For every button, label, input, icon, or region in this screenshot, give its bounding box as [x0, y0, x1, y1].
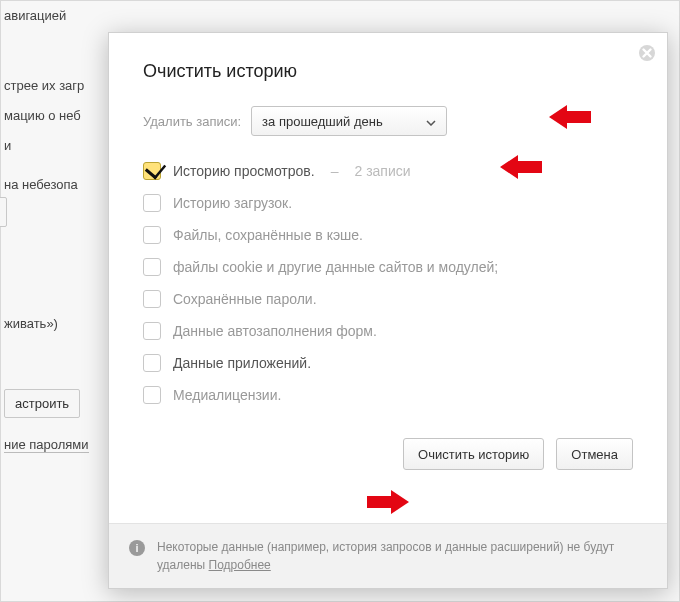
checkbox-passwords[interactable] — [143, 290, 161, 308]
option-label: Файлы, сохранённые в кэше. — [173, 227, 363, 243]
option-cookies[interactable]: файлы cookie и другие данные сайтов и мо… — [143, 258, 633, 276]
time-range-select[interactable]: за прошедший день — [251, 106, 447, 136]
checkbox-media-licenses[interactable] — [143, 386, 161, 404]
option-count: 2 записи — [354, 163, 410, 179]
cancel-button[interactable]: Отмена — [556, 438, 633, 470]
option-app-data[interactable]: Данные приложений. — [143, 354, 633, 372]
bg-button-fragment[interactable] — [0, 197, 7, 227]
bg-text-nav: авигацией — [4, 8, 66, 23]
option-label: Данные приложений. — [173, 355, 311, 371]
dialog-actions: Очистить историю Отмена — [143, 438, 633, 470]
option-cache[interactable]: Файлы, сохранённые в кэше. — [143, 226, 633, 244]
chevron-down-icon — [426, 114, 436, 129]
checkbox-cookies[interactable] — [143, 258, 161, 276]
footer-more-link[interactable]: Подробнее — [209, 558, 271, 572]
bg-text-loading: стрее их загр — [4, 78, 84, 93]
bg-text-unsafe-redirect: на небезопа — [4, 177, 78, 192]
option-download-history[interactable]: Историю загрузок. — [143, 194, 633, 212]
time-range-value: за прошедший день — [262, 114, 383, 129]
separator: – — [331, 163, 339, 179]
option-label: Медиалицензии. — [173, 387, 281, 403]
dialog-footer: i Некоторые данные (например, история за… — [109, 523, 667, 588]
checkbox-app-data[interactable] — [143, 354, 161, 372]
footer-text: Некоторые данные (например, история запр… — [157, 538, 647, 574]
option-browsing-history[interactable]: Историю просмотров. – 2 записи — [143, 162, 633, 180]
option-label: Историю просмотров. — [173, 163, 315, 179]
checkbox-browsing-history[interactable] — [143, 162, 161, 180]
option-autofill[interactable]: Данные автозаполнения форм. — [143, 322, 633, 340]
clear-history-dialog: Очистить историю Удалить записи: за прош… — [108, 32, 668, 589]
bg-text-single: и — [4, 138, 11, 153]
checkbox-cache[interactable] — [143, 226, 161, 244]
options-list: Историю просмотров. – 2 записи Историю з… — [143, 162, 633, 404]
option-label: файлы cookie и другие данные сайтов и мо… — [173, 259, 498, 275]
bg-link-passwords[interactable]: ние паролями — [4, 437, 89, 453]
option-label: Сохранённые пароли. — [173, 291, 317, 307]
close-icon[interactable] — [637, 43, 657, 63]
option-label: Данные автозаполнения форм. — [173, 323, 377, 339]
option-label: Историю загрузок. — [173, 195, 292, 211]
delete-records-label: Удалить записи: — [143, 114, 241, 129]
option-passwords[interactable]: Сохранённые пароли. — [143, 290, 633, 308]
bg-text-track: живать») — [4, 316, 58, 331]
clear-history-button[interactable]: Очистить историю — [403, 438, 544, 470]
dialog-title: Очистить историю — [143, 61, 633, 82]
bg-button-configure[interactable]: астроить — [4, 389, 80, 418]
bg-text-unsafe-info: мацию о неб — [4, 108, 81, 123]
time-range-row: Удалить записи: за прошедший день — [143, 106, 633, 136]
checkbox-download-history[interactable] — [143, 194, 161, 212]
info-icon: i — [129, 540, 145, 556]
option-media-licenses[interactable]: Медиалицензии. — [143, 386, 633, 404]
checkbox-autofill[interactable] — [143, 322, 161, 340]
